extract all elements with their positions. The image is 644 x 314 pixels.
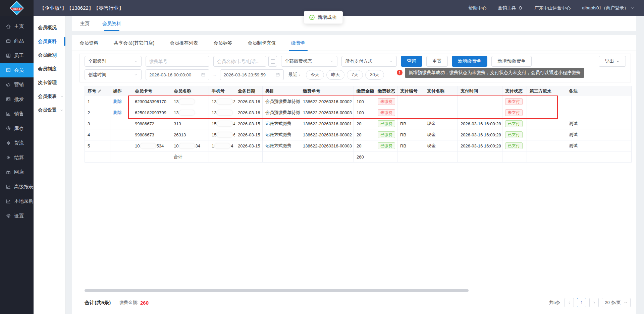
subsidebar-item-label: 会员概况 (38, 25, 57, 31)
export-button[interactable]: 导出 (599, 56, 626, 67)
pay-status-select[interactable]: 全部缴费状态 (281, 56, 337, 67)
bill-no-input[interactable] (146, 56, 209, 67)
subsidebar-item-member-report[interactable]: 会员报表 (34, 89, 65, 103)
date-range-separator: ~ (213, 72, 216, 77)
chevron-down-icon (134, 73, 138, 77)
sidebar-item-settlement[interactable]: 结算 (0, 150, 34, 165)
time-field-select[interactable]: 创建时间 (85, 69, 142, 80)
column-header: 支付时间 (458, 86, 502, 96)
member-sub-sidebar: 会员概况会员资料会员级别会员制度次卡管理会员报表会员设置 (34, 16, 66, 314)
tab-member-profile[interactable]: 会员资料 (102, 16, 121, 31)
column-header: 会员名称 (171, 86, 209, 96)
subtab-member-profile[interactable]: 会员资料 (79, 35, 98, 51)
help-center-link[interactable]: 帮助中心 (468, 5, 486, 11)
subtab-payment-bills[interactable]: 缴费单 (291, 35, 305, 51)
sidebar-item-goods[interactable]: 商品 (0, 34, 34, 49)
column-header: 会员卡号 (132, 86, 171, 96)
check-circle-icon (309, 14, 315, 20)
success-toast: 新增成功 (304, 11, 343, 24)
member-subtabs: 会员资料共享会员(其它门店)会员推荐列表会员标签会员制卡充值缴费单 (72, 35, 636, 51)
column-header: 第三方流水 (527, 86, 566, 96)
sidebar-item-marketing[interactable]: 营销 (0, 77, 34, 92)
sidebar-item-sales[interactable]: 销售 (0, 107, 34, 121)
quick-range-1[interactable]: 今天 (306, 70, 324, 80)
delete-link[interactable]: 删除 (113, 110, 122, 115)
chevron-down-icon (60, 108, 64, 112)
sidebar-item-wholesale[interactable]: 批发 (0, 92, 34, 107)
subsidebar-item-member-overview[interactable]: 会员概况 (34, 21, 65, 35)
subsidebar-item-label: 会员资料 (38, 39, 57, 45)
sidebar-item-label: 会员 (14, 67, 24, 73)
sidebar-item-advanced-report[interactable]: 高级报表 (0, 180, 34, 194)
subsidebar-item-member-profile[interactable]: 会员资料 (34, 35, 65, 48)
prev-page-button[interactable] (565, 298, 574, 307)
column-settings-icon[interactable] (98, 89, 102, 93)
status-badge: 已缴费 (378, 131, 395, 138)
sidebar-item-logistics[interactable]: 货流 (0, 136, 34, 150)
sales-icon (6, 111, 11, 117)
query-button[interactable]: 查询 (401, 56, 422, 67)
quick-range-3[interactable]: 7天 (347, 70, 363, 80)
subtab-shared-members[interactable]: 共享会员(其它门店) (114, 35, 154, 51)
level-select[interactable]: 全部级别 (85, 56, 142, 67)
pay-method-select[interactable]: 所有支付方式 (341, 56, 397, 67)
status-badge: 未支付 (505, 109, 523, 116)
reset-button[interactable]: 重置 (426, 56, 448, 67)
status-badge: 已缴费 (378, 142, 395, 149)
marketing-tools-link[interactable]: 营销工具 (498, 5, 523, 11)
sidebar-item-member[interactable]: 会员 (0, 63, 34, 78)
status-badge: 已支付 (505, 131, 523, 138)
goods-icon (6, 38, 11, 44)
logo-diamond-icon: AIBAO (10, 1, 24, 15)
table-total-row: 合计260 (85, 151, 632, 163)
notice-tooltip-text: 新增预缴费单成功，缴费状态为未缴费，支付状态为未支付，会员可以通过小程序缴费 (405, 68, 584, 78)
bell-icon[interactable] (518, 6, 523, 11)
icon-sidebar: 主页商品员工会员营销批发销售库存货流结算网店高级报表本地采购设置 (0, 16, 34, 314)
status-badge: 未缴费 (378, 109, 395, 116)
redaction-mask (179, 110, 195, 115)
subtab-member-referral-list[interactable]: 会员推荐列表 (170, 35, 198, 51)
sidebar-item-stock[interactable]: 库存 (0, 121, 34, 136)
column-header: 缴费金额 (354, 86, 375, 96)
pagination-count: 共5条 (549, 300, 560, 306)
sidebar-item-label: 库存 (14, 125, 24, 132)
subsidebar-item-member-level[interactable]: 会员级别 (34, 48, 65, 62)
subsidebar-item-punch-card[interactable]: 次卡管理 (34, 76, 65, 89)
date-to-picker[interactable]: 2026-03-16 23:59:59 (220, 69, 284, 80)
user-menu[interactable]: aibaols01（商户登录） (582, 5, 635, 11)
subtab-member-card-recharge[interactable]: 会员制卡充值 (248, 35, 276, 51)
subtab-member-tags[interactable]: 会员标签 (213, 35, 232, 51)
sidebar-item-home[interactable]: 主页 (0, 19, 34, 34)
sidebar-item-local-purchase[interactable]: 本地采购 (0, 194, 34, 209)
redacted-value: 14 (212, 143, 233, 148)
sidebar-item-webstore[interactable]: 网店 (0, 165, 34, 180)
webstore-icon (6, 170, 11, 175)
redaction-mask (179, 143, 195, 148)
notice-tooltip: 1 新增预缴费单成功，缴费状态为未缴费，支付状态为未支付，会员可以通过小程序缴费 (397, 68, 584, 78)
sidebar-item-settings[interactable]: 设置 (0, 209, 34, 224)
delete-link[interactable]: 删除 (113, 99, 122, 104)
tab-home[interactable]: 主页 (80, 16, 90, 31)
app-logo[interactable]: AIBAO (0, 0, 34, 16)
exact-match-checkbox[interactable] (268, 56, 277, 67)
next-page-button[interactable] (589, 298, 599, 307)
quick-range-4[interactable]: 30天 (365, 70, 384, 80)
subsidebar-item-member-settings[interactable]: 会员设置 (34, 103, 65, 117)
date-from-picker[interactable]: 2026-03-16 00:00:00 (146, 69, 209, 80)
member-search-input[interactable] (213, 56, 266, 67)
logistics-icon (6, 140, 11, 146)
redaction-mask (179, 99, 195, 104)
current-page-button[interactable]: 1 (577, 298, 586, 307)
add-bill-button[interactable]: 新增缴费单 (452, 56, 487, 67)
column-header: 类目 (263, 86, 300, 96)
operation-center-label[interactable]: 广东中山运营中心 (534, 5, 571, 11)
horizontal-scrollbar-thumb[interactable] (85, 289, 469, 292)
sidebar-item-staff[interactable]: 员工 (0, 48, 34, 63)
subsidebar-item-member-system[interactable]: 会员制度 (34, 62, 65, 76)
subsidebar-item-label: 会员制度 (38, 66, 57, 72)
page-size-select[interactable]: 20 条/页 (602, 298, 631, 307)
add-prepay-bill-button[interactable]: 新增预缴费单 (491, 56, 532, 67)
chevron-down-icon (389, 59, 393, 63)
quick-range-2[interactable]: 昨天 (326, 70, 344, 80)
redaction-mask (140, 143, 156, 148)
